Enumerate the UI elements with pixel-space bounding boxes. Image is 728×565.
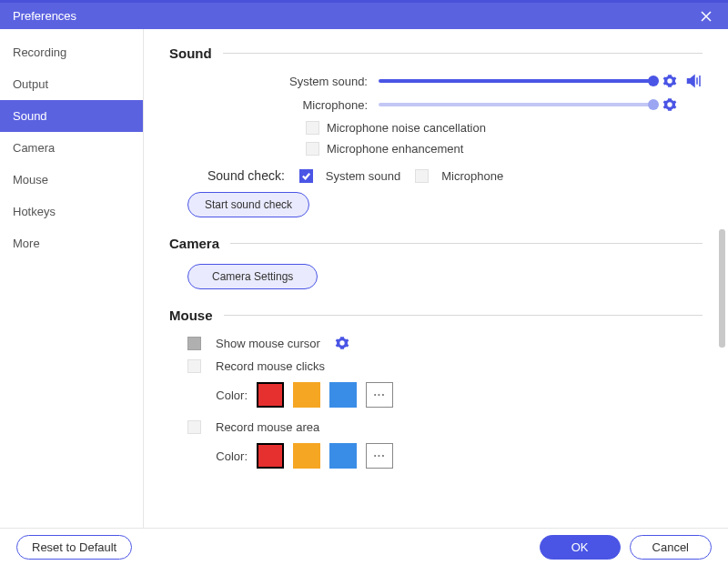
check-mic-label: Microphone [441, 169, 503, 183]
show-cursor-label: Show mouse cursor [216, 337, 320, 350]
gear-icon [662, 74, 677, 88]
sidebar: Recording Output Sound Camera Mouse Hotk… [0, 29, 144, 528]
camera-settings-button[interactable]: Camera Settings [187, 264, 318, 289]
microphone-label: Microphone: [169, 98, 379, 112]
system-sound-label: System sound: [169, 75, 379, 88]
record-clicks-checkbox[interactable] [187, 359, 201, 373]
sidebar-item-camera[interactable]: Camera [0, 132, 143, 164]
sound-check-label: Sound check: [207, 168, 285, 183]
enhance-label: Microphone enhancement [327, 142, 463, 156]
system-sound-settings-button[interactable] [662, 74, 677, 88]
sidebar-item-recording[interactable]: Recording [0, 36, 143, 68]
record-area-label: Record mouse area [216, 420, 319, 434]
speaker-button[interactable] [686, 74, 703, 88]
system-sound-slider[interactable] [379, 79, 653, 83]
section-camera-header: Camera [169, 236, 703, 251]
close-icon [700, 10, 713, 23]
check-system-checkbox[interactable] [299, 169, 313, 183]
microphone-settings-button[interactable] [662, 97, 677, 112]
record-area-checkbox[interactable] [187, 420, 201, 434]
window-title: Preferences [13, 9, 697, 23]
main-panel: Sound System sound: Microphone: [144, 29, 728, 528]
gear-icon [662, 97, 677, 112]
ok-button[interactable]: OK [540, 535, 621, 560]
section-mouse-header: Mouse [169, 308, 703, 323]
titlebar: Preferences [0, 0, 728, 29]
clicks-color-more[interactable]: ··· [366, 382, 393, 408]
microphone-slider[interactable] [379, 103, 653, 106]
divider [224, 315, 703, 316]
clicks-color-label: Color: [207, 388, 248, 402]
cursor-settings-button[interactable] [335, 336, 349, 350]
clicks-color-orange[interactable] [293, 382, 320, 408]
area-color-more[interactable]: ··· [366, 443, 393, 469]
reset-button[interactable]: Reset to Default [16, 535, 132, 560]
divider [230, 243, 703, 244]
close-button[interactable] [697, 7, 715, 25]
sidebar-item-mouse[interactable]: Mouse [0, 164, 143, 196]
scrollbar[interactable] [719, 229, 725, 348]
section-camera-title: Camera [169, 236, 219, 251]
check-system-label: System sound [326, 169, 400, 183]
section-sound-title: Sound [169, 45, 212, 61]
sidebar-item-more[interactable]: More [0, 227, 143, 259]
area-color-label: Color: [207, 449, 248, 463]
clicks-color-blue[interactable] [329, 382, 357, 408]
sidebar-item-output[interactable]: Output [0, 68, 143, 100]
noise-cancel-checkbox[interactable] [306, 121, 319, 135]
gear-icon [335, 336, 349, 350]
check-mic-checkbox[interactable] [415, 169, 429, 183]
area-color-red[interactable] [257, 443, 284, 469]
area-color-orange[interactable] [293, 443, 320, 469]
check-icon [301, 171, 311, 181]
divider [223, 53, 703, 54]
cancel-button[interactable]: Cancel [630, 535, 712, 560]
footer: Reset to Default OK Cancel [0, 528, 728, 565]
clicks-color-red[interactable] [257, 382, 284, 408]
enhance-checkbox[interactable] [306, 142, 319, 156]
record-clicks-label: Record mouse clicks [216, 359, 325, 373]
show-cursor-checkbox[interactable] [187, 337, 201, 350]
speaker-icon [686, 74, 703, 88]
section-mouse-title: Mouse [169, 308, 213, 323]
sidebar-item-sound[interactable]: Sound [0, 100, 143, 132]
section-sound-header: Sound [169, 45, 703, 61]
sidebar-item-hotkeys[interactable]: Hotkeys [0, 196, 143, 227]
area-color-blue[interactable] [329, 443, 357, 469]
start-sound-check-button[interactable]: Start sound check [187, 192, 309, 217]
noise-cancel-label: Microphone noise cancellation [327, 121, 486, 135]
